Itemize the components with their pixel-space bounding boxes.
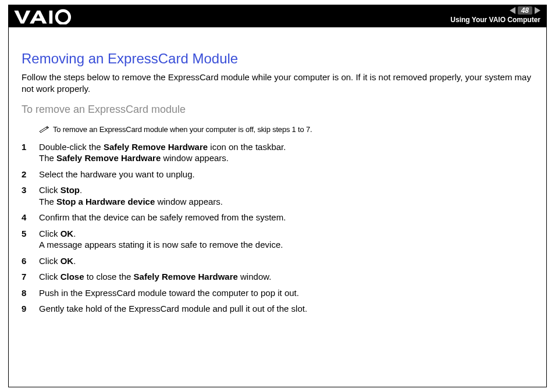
step-body: Select the hardware you want to unplug.: [39, 169, 533, 180]
page-number-badge: 48: [518, 6, 532, 15]
step-body: Confirm that the device can be safely re…: [39, 212, 533, 223]
prev-page-icon[interactable]: [510, 7, 515, 14]
step-body: Click Close to close the Safely Remove H…: [39, 271, 533, 283]
step-number: 3: [22, 184, 39, 207]
header-section-label: Using Your VAIO Computer: [450, 16, 540, 24]
step-number: 4: [22, 212, 39, 223]
step-body: Click OK.: [39, 255, 533, 267]
subheading: To remove an ExpressCard module: [22, 104, 533, 116]
page-frame: 48 Using Your VAIO Computer Removing an …: [8, 5, 547, 387]
intro-paragraph: Follow the steps below to remove the Exp…: [22, 72, 533, 95]
step-number: 8: [22, 287, 39, 299]
step-number: 9: [22, 303, 39, 315]
step-number: 6: [22, 255, 39, 267]
step-body: Click Stop. The Stop a Hardware device w…: [39, 184, 533, 207]
step-item: 7 Click Close to close the Safely Remove…: [22, 271, 533, 283]
header-nav: 48 Using Your VAIO Computer: [450, 6, 540, 24]
page-title: Removing an ExpressCard Module: [22, 51, 533, 67]
note-block: To remove an ExpressCard module when you…: [39, 124, 533, 134]
step-item: 8 Push in the ExpressCard module toward …: [22, 287, 533, 299]
step-number: 1: [22, 141, 39, 164]
steps-list: 1 Double-click the Safely Remove Hardwar…: [22, 141, 533, 315]
page-content: Removing an ExpressCard Module Follow th…: [22, 51, 533, 319]
vaio-logo: [13, 8, 79, 24]
step-number: 2: [22, 169, 39, 180]
svg-rect-0: [49, 10, 53, 23]
svg-point-1: [56, 10, 69, 23]
step-item: 6 Click OK.: [22, 255, 533, 267]
step-item: 4 Confirm that the device can be safely …: [22, 212, 533, 223]
step-item: 9 Gently take hold of the ExpressCard mo…: [22, 303, 533, 315]
step-body: Push in the ExpressCard module toward th…: [39, 287, 533, 299]
step-body: Double-click the Safely Remove Hardware …: [39, 141, 533, 164]
step-number: 7: [22, 271, 39, 283]
next-page-icon[interactable]: [535, 7, 540, 14]
step-number: 5: [22, 228, 39, 251]
step-body: Click OK. A message appears stating it i…: [39, 228, 533, 251]
step-item: 2 Select the hardware you want to unplug…: [22, 169, 533, 180]
header-bar: 48 Using Your VAIO Computer: [9, 5, 546, 27]
step-item: 3 Click Stop. The Stop a Hardware device…: [22, 184, 533, 207]
note-icon: [39, 125, 49, 133]
step-item: 1 Double-click the Safely Remove Hardwar…: [22, 141, 533, 164]
note-text: To remove an ExpressCard module when you…: [53, 125, 312, 134]
step-body: Gently take hold of the ExpressCard modu…: [39, 303, 533, 315]
step-item: 5 Click OK. A message appears stating it…: [22, 228, 533, 251]
